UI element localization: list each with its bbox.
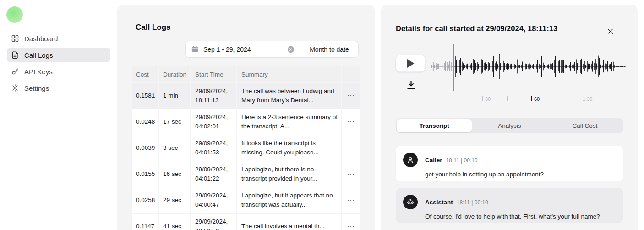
header-duration: Duration — [159, 66, 190, 82]
header-cost: Cost — [132, 66, 158, 82]
table-row[interactable]: 0.1581 1 min 29/09/2024,18:11:13 The cal… — [132, 83, 360, 109]
row-menu-button[interactable] — [345, 93, 357, 99]
transcript-message-assistant: Assistant 18:11 | 00:10 Of course, I'd l… — [396, 188, 623, 223]
header-summary: Summary — [237, 66, 341, 82]
month-to-date-button[interactable]: Month to date — [300, 41, 358, 57]
sidebar-item-label: Settings — [24, 84, 49, 92]
close-icon — [607, 28, 614, 35]
playback-cursor[interactable] — [453, 44, 454, 91]
summary-cell: The call involves a mental th... — [237, 214, 341, 230]
summary-cell: Here is a 2-3 sentence summary of the tr… — [237, 109, 341, 135]
waveform-timeline: 30 60 1:30 — [381, 95, 638, 105]
page-title: Call Logs — [136, 23, 171, 32]
duration-cell: 41 sec — [159, 214, 190, 230]
file-text-icon — [11, 51, 19, 59]
start-time-cell: 29/09/2024,04:02:01 — [191, 109, 236, 135]
cost-cell: 0.0155 — [132, 161, 158, 187]
date-range-picker[interactable]: Sep 1 - 29, 2024 — [186, 41, 300, 57]
start-time-cell: 29/09/2024,04:00:47 — [191, 187, 236, 213]
start-time-cell: 29/09/2024,18:11:13 — [191, 83, 236, 109]
timeline-label-60: 60 — [534, 96, 540, 102]
message-timestamp: 18:11 | 00:10 — [457, 199, 488, 206]
row-menu-button[interactable] — [345, 223, 357, 230]
row-menu-button[interactable] — [345, 197, 357, 204]
person-icon — [406, 156, 415, 164]
key-icon — [11, 67, 19, 76]
row-menu-button[interactable] — [345, 119, 357, 126]
sidebar-nav: Dashboard Call Logs API Keys — [0, 29, 117, 97]
tab-transcript[interactable]: Transcript — [397, 119, 472, 132]
summary-cell: The call was between Ludwig and Mary fro… — [237, 83, 341, 109]
dashboard-grid-icon — [11, 34, 19, 43]
sidebar-item-label: Dashboard — [24, 35, 58, 43]
table-row[interactable]: 0.0248 17 sec 29/09/2024,04:02:01 Here i… — [132, 109, 360, 135]
transcript-message-caller: Caller 18:11 | 00:10 get your help in se… — [396, 146, 623, 181]
timeline-label-90: 1:30 — [583, 96, 592, 102]
calendar-icon — [191, 45, 199, 53]
assistant-avatar — [403, 195, 418, 209]
sidebar-item-dashboard[interactable]: Dashboard — [7, 31, 110, 46]
cost-cell: 0.1147 — [132, 214, 158, 230]
close-details-button[interactable] — [605, 26, 615, 36]
table-row[interactable]: 0.0039 3 sec 29/09/2024,04:01:53 It look… — [132, 135, 360, 161]
sidebar-item-settings[interactable]: Settings — [7, 81, 110, 95]
message-text: Of course, I'd love to help with that. F… — [425, 213, 616, 220]
start-time-cell: 29/09/2024,04:01:53 — [191, 135, 236, 161]
summary-cell: I apologize, but there is no transcript … — [237, 161, 341, 187]
table-row[interactable]: 0.1147 41 sec 29/09/2024,03:59:59 The ca… — [132, 214, 360, 230]
cost-cell: 0.0258 — [132, 187, 158, 213]
table-row[interactable]: 0.0258 29 sec 29/09/2024,04:00:47 I apol… — [132, 187, 360, 213]
duration-cell: 16 sec — [159, 161, 190, 187]
date-filter-bar: Sep 1 - 29, 2024 Month to date — [185, 41, 359, 58]
details-tabs: Transcript Analysis Call Cost — [396, 118, 623, 133]
message-role: Caller — [425, 157, 442, 164]
duration-cell: 3 sec — [159, 135, 190, 161]
start-time-cell: 29/09/2024,04:01:22 — [191, 161, 236, 187]
audio-waveform[interactable] — [431, 44, 626, 88]
clear-date-filter-button[interactable] — [287, 46, 295, 53]
message-text: get your help in setting up an appointme… — [425, 171, 616, 178]
duration-cell: 29 sec — [159, 187, 190, 213]
summary-cell: I apologize, but it appears that no tran… — [237, 187, 341, 213]
play-icon — [406, 58, 415, 69]
duration-cell: 17 sec — [159, 109, 190, 135]
download-audio-button[interactable] — [404, 78, 418, 92]
call-details-panel: Details for call started at 29/09/2024, … — [381, 5, 638, 230]
robot-icon — [406, 198, 415, 206]
tab-call-cost[interactable]: Call Cost — [547, 119, 622, 132]
cost-cell: 0.0039 — [132, 135, 158, 161]
header-start-time: Start Time — [191, 66, 236, 82]
date-range-value: Sep 1 - 29, 2024 — [203, 46, 283, 53]
message-timestamp: 18:11 | 00:10 — [446, 157, 478, 164]
sidebar-item-label: API Keys — [24, 68, 53, 76]
sidebar-item-api-keys[interactable]: API Keys — [7, 64, 110, 79]
tab-analysis[interactable]: Analysis — [472, 119, 547, 132]
timeline-label-30: 30 — [485, 96, 491, 102]
app-logo[interactable] — [6, 6, 23, 23]
download-icon — [406, 80, 416, 90]
sidebar-item-call-logs[interactable]: Call Logs — [7, 48, 110, 62]
table-header-row: Cost Duration Start Time Summary — [132, 66, 360, 82]
caller-avatar — [403, 153, 418, 167]
cost-cell: 0.1581 — [132, 83, 158, 109]
call-logs-table: Cost Duration Start Time Summary 0.1581 … — [132, 66, 360, 230]
sidebar-item-label: Call Logs — [24, 51, 53, 59]
start-time-cell: 29/09/2024,03:59:59 — [191, 214, 236, 230]
cost-cell: 0.0248 — [132, 109, 158, 135]
summary-cell: It looks like the transcript is missing.… — [237, 135, 341, 161]
row-menu-button[interactable] — [345, 171, 357, 178]
table-row[interactable]: 0.0155 16 sec 29/09/2024,04:01:22 I apol… — [132, 161, 360, 187]
sidebar: Dashboard Call Logs API Keys — [0, 0, 117, 230]
call-logs-panel: Call Logs Sep 1 - 29, 2024 Month to date — [117, 5, 375, 230]
row-menu-button[interactable] — [345, 145, 357, 152]
play-button[interactable] — [396, 55, 426, 72]
details-title: Details for call started at 29/09/2024, … — [396, 24, 557, 33]
duration-cell: 1 min — [159, 83, 190, 109]
gear-icon — [11, 84, 19, 92]
message-role: Assistant — [425, 199, 453, 206]
